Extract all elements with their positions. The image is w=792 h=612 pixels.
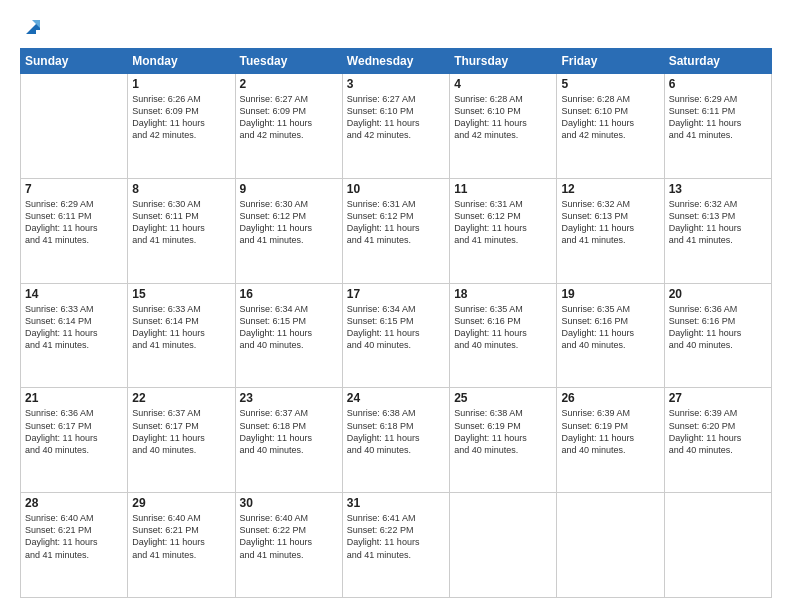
cell-info: Sunrise: 6:30 AM Sunset: 6:12 PM Dayligh…: [240, 198, 338, 247]
header: [20, 18, 772, 38]
cell-info: Sunrise: 6:41 AM Sunset: 6:22 PM Dayligh…: [347, 512, 445, 561]
day-number: 16: [240, 287, 338, 301]
calendar-cell: 24Sunrise: 6:38 AM Sunset: 6:18 PM Dayli…: [342, 388, 449, 493]
calendar-cell: 9Sunrise: 6:30 AM Sunset: 6:12 PM Daylig…: [235, 178, 342, 283]
cell-info: Sunrise: 6:34 AM Sunset: 6:15 PM Dayligh…: [347, 303, 445, 352]
calendar-week-row: 28Sunrise: 6:40 AM Sunset: 6:21 PM Dayli…: [21, 493, 772, 598]
cell-info: Sunrise: 6:38 AM Sunset: 6:19 PM Dayligh…: [454, 407, 552, 456]
day-number: 7: [25, 182, 123, 196]
cell-info: Sunrise: 6:37 AM Sunset: 6:18 PM Dayligh…: [240, 407, 338, 456]
cell-info: Sunrise: 6:40 AM Sunset: 6:21 PM Dayligh…: [132, 512, 230, 561]
calendar-cell: 30Sunrise: 6:40 AM Sunset: 6:22 PM Dayli…: [235, 493, 342, 598]
day-number: 11: [454, 182, 552, 196]
cell-info: Sunrise: 6:31 AM Sunset: 6:12 PM Dayligh…: [347, 198, 445, 247]
day-number: 25: [454, 391, 552, 405]
logo-icon: [22, 16, 44, 38]
weekday-header-cell: Monday: [128, 49, 235, 74]
cell-info: Sunrise: 6:33 AM Sunset: 6:14 PM Dayligh…: [132, 303, 230, 352]
calendar-cell: 2Sunrise: 6:27 AM Sunset: 6:09 PM Daylig…: [235, 74, 342, 179]
cell-info: Sunrise: 6:27 AM Sunset: 6:09 PM Dayligh…: [240, 93, 338, 142]
weekday-header-cell: Sunday: [21, 49, 128, 74]
cell-info: Sunrise: 6:27 AM Sunset: 6:10 PM Dayligh…: [347, 93, 445, 142]
calendar-cell: 12Sunrise: 6:32 AM Sunset: 6:13 PM Dayli…: [557, 178, 664, 283]
calendar-cell: 3Sunrise: 6:27 AM Sunset: 6:10 PM Daylig…: [342, 74, 449, 179]
day-number: 27: [669, 391, 767, 405]
weekday-header-cell: Friday: [557, 49, 664, 74]
day-number: 22: [132, 391, 230, 405]
day-number: 6: [669, 77, 767, 91]
calendar-cell: [557, 493, 664, 598]
calendar-cell: 1Sunrise: 6:26 AM Sunset: 6:09 PM Daylig…: [128, 74, 235, 179]
calendar-cell: 22Sunrise: 6:37 AM Sunset: 6:17 PM Dayli…: [128, 388, 235, 493]
calendar-cell: 13Sunrise: 6:32 AM Sunset: 6:13 PM Dayli…: [664, 178, 771, 283]
calendar-cell: 11Sunrise: 6:31 AM Sunset: 6:12 PM Dayli…: [450, 178, 557, 283]
cell-info: Sunrise: 6:29 AM Sunset: 6:11 PM Dayligh…: [669, 93, 767, 142]
cell-info: Sunrise: 6:37 AM Sunset: 6:17 PM Dayligh…: [132, 407, 230, 456]
day-number: 8: [132, 182, 230, 196]
calendar-cell: 17Sunrise: 6:34 AM Sunset: 6:15 PM Dayli…: [342, 283, 449, 388]
cell-info: Sunrise: 6:30 AM Sunset: 6:11 PM Dayligh…: [132, 198, 230, 247]
cell-info: Sunrise: 6:40 AM Sunset: 6:21 PM Dayligh…: [25, 512, 123, 561]
calendar-table: SundayMondayTuesdayWednesdayThursdayFrid…: [20, 48, 772, 598]
weekday-header-row: SundayMondayTuesdayWednesdayThursdayFrid…: [21, 49, 772, 74]
calendar-cell: 16Sunrise: 6:34 AM Sunset: 6:15 PM Dayli…: [235, 283, 342, 388]
cell-info: Sunrise: 6:29 AM Sunset: 6:11 PM Dayligh…: [25, 198, 123, 247]
day-number: 19: [561, 287, 659, 301]
weekday-header-cell: Wednesday: [342, 49, 449, 74]
calendar-cell: 18Sunrise: 6:35 AM Sunset: 6:16 PM Dayli…: [450, 283, 557, 388]
calendar-cell: 7Sunrise: 6:29 AM Sunset: 6:11 PM Daylig…: [21, 178, 128, 283]
calendar-week-row: 7Sunrise: 6:29 AM Sunset: 6:11 PM Daylig…: [21, 178, 772, 283]
day-number: 24: [347, 391, 445, 405]
calendar-cell: 26Sunrise: 6:39 AM Sunset: 6:19 PM Dayli…: [557, 388, 664, 493]
cell-info: Sunrise: 6:35 AM Sunset: 6:16 PM Dayligh…: [561, 303, 659, 352]
cell-info: Sunrise: 6:36 AM Sunset: 6:17 PM Dayligh…: [25, 407, 123, 456]
cell-info: Sunrise: 6:32 AM Sunset: 6:13 PM Dayligh…: [669, 198, 767, 247]
calendar-week-row: 21Sunrise: 6:36 AM Sunset: 6:17 PM Dayli…: [21, 388, 772, 493]
day-number: 23: [240, 391, 338, 405]
cell-info: Sunrise: 6:38 AM Sunset: 6:18 PM Dayligh…: [347, 407, 445, 456]
cell-info: Sunrise: 6:26 AM Sunset: 6:09 PM Dayligh…: [132, 93, 230, 142]
weekday-header-cell: Saturday: [664, 49, 771, 74]
calendar-cell: 8Sunrise: 6:30 AM Sunset: 6:11 PM Daylig…: [128, 178, 235, 283]
calendar-cell: [450, 493, 557, 598]
cell-info: Sunrise: 6:28 AM Sunset: 6:10 PM Dayligh…: [454, 93, 552, 142]
day-number: 1: [132, 77, 230, 91]
calendar-cell: 20Sunrise: 6:36 AM Sunset: 6:16 PM Dayli…: [664, 283, 771, 388]
calendar-cell: 27Sunrise: 6:39 AM Sunset: 6:20 PM Dayli…: [664, 388, 771, 493]
calendar-week-row: 14Sunrise: 6:33 AM Sunset: 6:14 PM Dayli…: [21, 283, 772, 388]
cell-info: Sunrise: 6:35 AM Sunset: 6:16 PM Dayligh…: [454, 303, 552, 352]
weekday-header-cell: Tuesday: [235, 49, 342, 74]
day-number: 20: [669, 287, 767, 301]
day-number: 2: [240, 77, 338, 91]
day-number: 18: [454, 287, 552, 301]
day-number: 17: [347, 287, 445, 301]
calendar-cell: 23Sunrise: 6:37 AM Sunset: 6:18 PM Dayli…: [235, 388, 342, 493]
calendar-cell: 14Sunrise: 6:33 AM Sunset: 6:14 PM Dayli…: [21, 283, 128, 388]
calendar-cell: 19Sunrise: 6:35 AM Sunset: 6:16 PM Dayli…: [557, 283, 664, 388]
day-number: 10: [347, 182, 445, 196]
day-number: 9: [240, 182, 338, 196]
day-number: 30: [240, 496, 338, 510]
calendar-cell: 15Sunrise: 6:33 AM Sunset: 6:14 PM Dayli…: [128, 283, 235, 388]
cell-info: Sunrise: 6:39 AM Sunset: 6:19 PM Dayligh…: [561, 407, 659, 456]
cell-info: Sunrise: 6:33 AM Sunset: 6:14 PM Dayligh…: [25, 303, 123, 352]
logo: [20, 18, 44, 38]
calendar-cell: 29Sunrise: 6:40 AM Sunset: 6:21 PM Dayli…: [128, 493, 235, 598]
cell-info: Sunrise: 6:28 AM Sunset: 6:10 PM Dayligh…: [561, 93, 659, 142]
cell-info: Sunrise: 6:40 AM Sunset: 6:22 PM Dayligh…: [240, 512, 338, 561]
calendar-week-row: 1Sunrise: 6:26 AM Sunset: 6:09 PM Daylig…: [21, 74, 772, 179]
day-number: 12: [561, 182, 659, 196]
cell-info: Sunrise: 6:31 AM Sunset: 6:12 PM Dayligh…: [454, 198, 552, 247]
day-number: 28: [25, 496, 123, 510]
cell-info: Sunrise: 6:34 AM Sunset: 6:15 PM Dayligh…: [240, 303, 338, 352]
weekday-header-cell: Thursday: [450, 49, 557, 74]
calendar-cell: 28Sunrise: 6:40 AM Sunset: 6:21 PM Dayli…: [21, 493, 128, 598]
calendar-cell: 6Sunrise: 6:29 AM Sunset: 6:11 PM Daylig…: [664, 74, 771, 179]
calendar-cell: 31Sunrise: 6:41 AM Sunset: 6:22 PM Dayli…: [342, 493, 449, 598]
day-number: 31: [347, 496, 445, 510]
day-number: 5: [561, 77, 659, 91]
day-number: 4: [454, 77, 552, 91]
calendar-cell: 10Sunrise: 6:31 AM Sunset: 6:12 PM Dayli…: [342, 178, 449, 283]
calendar-cell: [21, 74, 128, 179]
calendar-cell: 25Sunrise: 6:38 AM Sunset: 6:19 PM Dayli…: [450, 388, 557, 493]
